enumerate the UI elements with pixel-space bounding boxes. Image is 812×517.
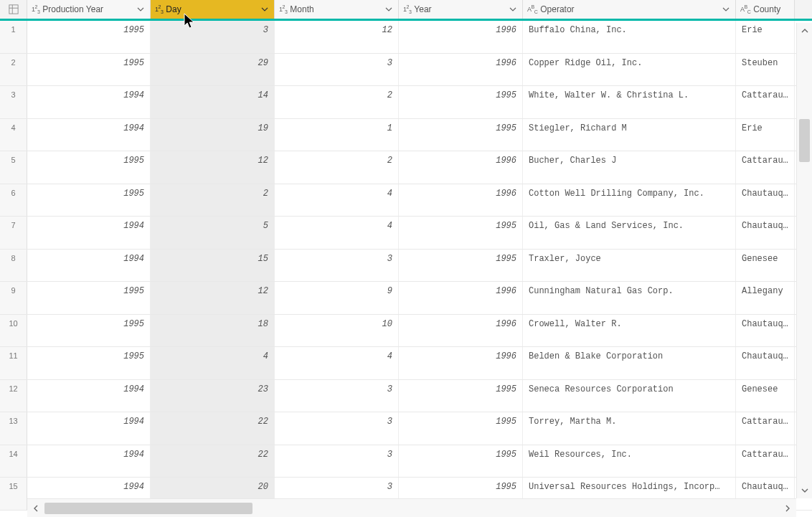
column-header-operator[interactable]: ABC Operator [523, 0, 736, 19]
filter-dropdown-icon[interactable] [260, 4, 270, 14]
filter-dropdown-icon[interactable] [384, 4, 394, 14]
cell-prod_year[interactable]: 1994 [27, 250, 151, 282]
horizontal-scrollbar[interactable] [27, 498, 796, 517]
cell-county[interactable]: Cattaraugu [736, 151, 795, 184]
cell-month[interactable]: 3 [275, 445, 399, 478]
cell-month[interactable]: 1 [275, 119, 399, 151]
scroll-left-arrow-icon[interactable] [27, 499, 44, 517]
cell-day[interactable]: 2 [151, 184, 275, 217]
cell-year[interactable]: 1995 [399, 86, 523, 118]
cell-day[interactable]: 19 [151, 119, 275, 151]
column-header-month[interactable]: 123 Month [275, 0, 399, 19]
table-row[interactable]: 111995441996Belden & Blake CorporationCh… [0, 347, 812, 380]
cell-month[interactable]: 10 [275, 315, 399, 347]
cell-operator[interactable]: Stiegler, Richard M [523, 119, 736, 151]
row-number[interactable]: 1 [0, 21, 27, 53]
cell-county[interactable]: Chautauqua [736, 184, 795, 217]
horizontal-scroll-thumb[interactable] [44, 503, 252, 514]
table-row[interactable]: 319941421995White, Walter W. & Christina… [0, 86, 812, 119]
table-row[interactable]: 519951221996Bucher, Charles JCattaraugu [0, 151, 812, 184]
vertical-scroll-track[interactable] [797, 39, 812, 483]
cell-county[interactable]: Erie [736, 119, 795, 151]
cell-year[interactable]: 1996 [399, 151, 523, 184]
cell-year[interactable]: 1995 [399, 119, 523, 151]
row-number[interactable]: 5 [0, 151, 27, 184]
table-row[interactable]: 119953121996Buffalo China, Inc.Erie [0, 21, 812, 54]
row-number[interactable]: 13 [0, 412, 27, 445]
cell-month[interactable]: 4 [275, 184, 399, 217]
cell-operator[interactable]: Copper Ridge Oil, Inc. [523, 54, 736, 86]
cell-prod_year[interactable]: 1994 [27, 412, 151, 445]
filter-dropdown-icon[interactable] [136, 4, 146, 14]
row-number[interactable]: 4 [0, 119, 27, 151]
cell-prod_year[interactable]: 1995 [27, 184, 151, 217]
column-header-county[interactable]: ABC County [736, 0, 795, 19]
table-row[interactable]: 1319942231995Torrey, Martha M.Cattaraugu [0, 412, 812, 445]
cell-year[interactable]: 1995 [399, 445, 523, 478]
cell-prod_year[interactable]: 1994 [27, 445, 151, 478]
cell-prod_year[interactable]: 1994 [27, 217, 151, 249]
column-header-production-year[interactable]: 123 Production Year [27, 0, 151, 19]
cell-day[interactable]: 12 [151, 151, 275, 184]
cell-year[interactable]: 1995 [399, 217, 523, 249]
scroll-down-arrow-icon[interactable] [797, 483, 812, 498]
cell-month[interactable]: 3 [275, 380, 399, 412]
cell-day[interactable]: 22 [151, 445, 275, 478]
cell-day[interactable]: 4 [151, 347, 275, 379]
scroll-up-arrow-icon[interactable] [797, 23, 812, 39]
cell-day[interactable]: 15 [151, 250, 275, 282]
cell-day[interactable]: 12 [151, 282, 275, 314]
row-number[interactable]: 14 [0, 445, 27, 478]
cell-day[interactable]: 23 [151, 380, 275, 412]
cell-operator[interactable]: Buffalo China, Inc. [523, 21, 736, 53]
cell-month[interactable]: 2 [275, 151, 399, 184]
cell-prod_year[interactable]: 1995 [27, 315, 151, 347]
cell-prod_year[interactable]: 1994 [27, 380, 151, 412]
cell-prod_year[interactable]: 1994 [27, 119, 151, 151]
cell-month[interactable]: 4 [275, 217, 399, 249]
row-number[interactable]: 15 [0, 478, 27, 510]
cell-operator[interactable]: Oil, Gas & Land Services, Inc. [523, 217, 736, 249]
column-header-year[interactable]: 123 Year [399, 0, 523, 19]
cell-year[interactable]: 1995 [399, 380, 523, 412]
cell-prod_year[interactable]: 1995 [27, 151, 151, 184]
row-number[interactable]: 10 [0, 315, 27, 347]
cell-year[interactable]: 1995 [399, 412, 523, 445]
table-row[interactable]: 919951291996Cunningham Natural Gas Corp.… [0, 282, 812, 315]
cell-operator[interactable]: Cotton Well Drilling Company, Inc. [523, 184, 736, 217]
cell-county[interactable]: Allegany [736, 282, 795, 314]
cell-county[interactable]: Steuben [736, 54, 795, 86]
cell-year[interactable]: 1995 [399, 250, 523, 282]
cell-day[interactable]: 14 [151, 86, 275, 118]
cell-county[interactable]: Erie [736, 21, 795, 53]
cell-operator[interactable]: White, Walter W. & Christina L. [523, 86, 736, 118]
table-row[interactable]: 419941911995Stiegler, Richard MErie [0, 119, 812, 152]
cell-prod_year[interactable]: 1995 [27, 21, 151, 53]
table-row[interactable]: 71994541995Oil, Gas & Land Services, Inc… [0, 217, 812, 250]
table-row[interactable]: 819941531995Traxler, JoyceGenesee [0, 250, 812, 283]
cell-month[interactable]: 12 [275, 21, 399, 53]
cell-month[interactable]: 2 [275, 86, 399, 118]
row-number[interactable]: 12 [0, 380, 27, 412]
row-number[interactable]: 2 [0, 54, 27, 86]
cell-month[interactable]: 9 [275, 282, 399, 314]
column-header-day[interactable]: 123 Day [151, 0, 275, 19]
cell-county[interactable]: Genesee [736, 250, 795, 282]
row-number[interactable]: 9 [0, 282, 27, 314]
cell-operator[interactable]: Belden & Blake Corporation [523, 347, 736, 379]
scroll-right-arrow-icon[interactable] [779, 499, 796, 517]
cell-year[interactable]: 1996 [399, 184, 523, 217]
cell-month[interactable]: 3 [275, 412, 399, 445]
cell-county[interactable]: Cattaraugu [736, 86, 795, 118]
cell-month[interactable]: 3 [275, 54, 399, 86]
cell-county[interactable]: Cattaraugu [736, 445, 795, 478]
horizontal-scroll-track[interactable] [44, 499, 779, 517]
cell-day[interactable]: 29 [151, 54, 275, 86]
cell-prod_year[interactable]: 1994 [27, 86, 151, 118]
cell-year[interactable]: 1996 [399, 21, 523, 53]
cell-year[interactable]: 1996 [399, 347, 523, 379]
cell-operator[interactable]: Cunningham Natural Gas Corp. [523, 282, 736, 314]
cell-day[interactable]: 22 [151, 412, 275, 445]
cell-operator[interactable]: Traxler, Joyce [523, 250, 736, 282]
cell-prod_year[interactable]: 1995 [27, 347, 151, 379]
